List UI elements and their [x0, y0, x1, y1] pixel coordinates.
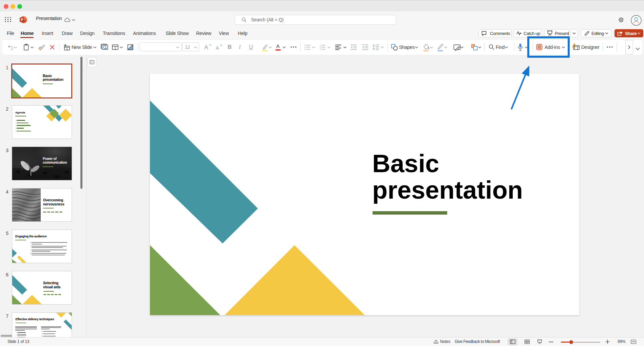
- svg-text:3: 3: [320, 48, 321, 50]
- svg-text:P: P: [21, 18, 23, 22]
